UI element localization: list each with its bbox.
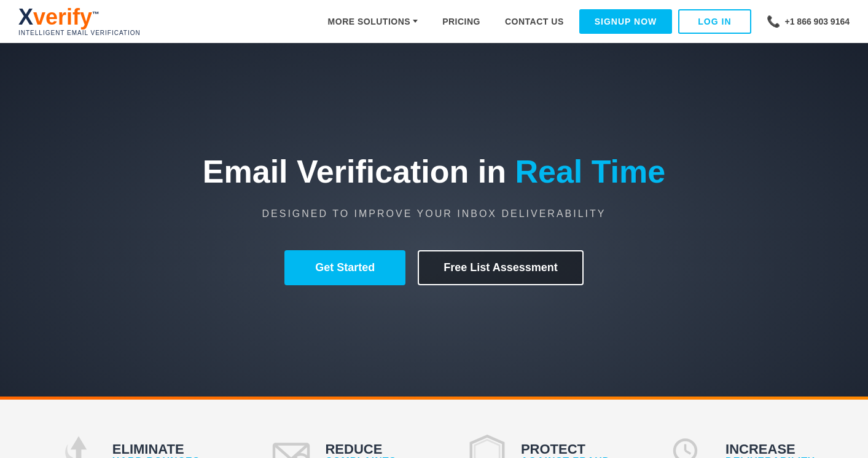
feature-increase-text: INCREASE DELIVERABILITY bbox=[725, 443, 815, 458]
feature-increase-top: INCREASE bbox=[725, 443, 815, 456]
logo-tagline: INTELLIGENT EMAIL VERIFICATION bbox=[18, 30, 141, 36]
feature-reduce: REDUCE COMPLAINTS bbox=[229, 430, 434, 458]
get-started-button[interactable]: Get Started bbox=[284, 250, 405, 285]
feature-eliminate-text: ELIMINATE HARD BOUNCES bbox=[112, 443, 200, 458]
logo[interactable]: Xverify™ INTELLIGENT EMAIL VERIFICATION bbox=[18, 6, 141, 36]
phone-container: 📞 +1 866 903 9164 bbox=[767, 15, 850, 28]
features-section: ELIMINATE HARD BOUNCES REDUCE COMPLAINTS bbox=[0, 400, 868, 458]
feature-protect: PROTECT AGAINST FRAUD bbox=[434, 430, 639, 458]
phone-number: +1 866 903 9164 bbox=[785, 17, 850, 26]
hero-title-highlight: Real Time bbox=[515, 154, 665, 189]
increase-icon bbox=[667, 430, 716, 458]
nav-pricing[interactable]: PRICING bbox=[433, 17, 490, 26]
feature-reduce-text: REDUCE COMPLAINTS bbox=[325, 443, 396, 458]
feature-protect-top: PROTECT bbox=[521, 443, 610, 456]
chevron-down-icon bbox=[413, 20, 418, 23]
svg-line-54 bbox=[686, 451, 691, 454]
hero-section: Email Verification in Real Time DESIGNED… bbox=[0, 43, 868, 397]
main-header: Xverify™ INTELLIGENT EMAIL VERIFICATION … bbox=[0, 0, 868, 43]
hero-content: Email Verification in Real Time DESIGNED… bbox=[203, 154, 665, 285]
hero-subtitle: DESIGNED TO IMPROVE YOUR INBOX DELIVERAB… bbox=[203, 208, 665, 219]
feature-eliminate: ELIMINATE HARD BOUNCES bbox=[25, 430, 229, 458]
logo-x: X bbox=[18, 4, 33, 30]
feature-eliminate-top: ELIMINATE bbox=[112, 443, 200, 456]
phone-icon: 📞 bbox=[767, 15, 780, 28]
reduce-icon bbox=[267, 430, 316, 458]
nav-more-solutions[interactable]: MORE SOLUTIONS bbox=[319, 17, 428, 26]
login-button[interactable]: LOG IN bbox=[678, 9, 751, 34]
feature-increase: INCREASE DELIVERABILITY bbox=[639, 430, 843, 458]
feature-protect-text: PROTECT AGAINST FRAUD bbox=[521, 443, 610, 458]
eliminate-icon bbox=[54, 430, 103, 458]
hero-title: Email Verification in Real Time bbox=[203, 154, 665, 189]
feature-reduce-top: REDUCE bbox=[325, 443, 396, 456]
free-list-button[interactable]: Free List Assessment bbox=[418, 250, 583, 285]
hero-title-text: Email Verification in bbox=[203, 154, 515, 189]
logo-tm: ™ bbox=[92, 10, 100, 18]
protect-icon bbox=[463, 430, 512, 458]
nav-contact[interactable]: CONTACT US bbox=[496, 17, 573, 26]
signup-button[interactable]: SIGNUP NOW bbox=[579, 9, 673, 34]
logo-verify: verify bbox=[33, 4, 92, 30]
main-nav: MORE SOLUTIONS PRICING CONTACT US SIGNUP… bbox=[319, 9, 850, 34]
hero-buttons: Get Started Free List Assessment bbox=[203, 250, 665, 285]
